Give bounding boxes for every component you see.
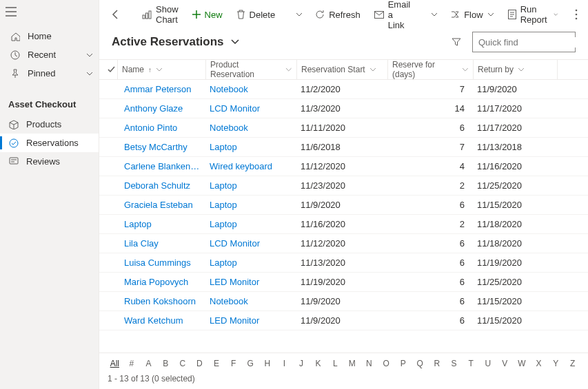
show-chart-button[interactable]: Show Chart <box>136 1 184 28</box>
cell-product[interactable]: Laptop <box>205 219 296 229</box>
cell-product[interactable]: Laptop <box>205 200 296 210</box>
select-all[interactable] <box>99 65 117 74</box>
nav-item-home[interactable]: Home <box>0 27 99 45</box>
cell-name[interactable]: Carlene Blankenship <box>120 161 205 171</box>
cell-product[interactable]: Wired keyboard <box>205 161 296 171</box>
cell-name[interactable]: Luisa Cummings <box>120 257 205 268</box>
view-title[interactable]: Active Reservations <box>112 35 224 49</box>
cell-product[interactable]: Notebook <box>205 84 296 94</box>
view-dropdown[interactable] <box>231 39 239 45</box>
alpha-N[interactable]: N <box>361 359 378 368</box>
table-row[interactable]: Ward KetchumLED Monitor11/9/2020611/15/2… <box>99 311 588 330</box>
table-row[interactable]: Ammar PetersonNotebook11/2/2020711/9/202… <box>99 80 588 99</box>
cell-name[interactable]: Maria Popovych <box>120 277 205 287</box>
table-row[interactable]: Luisa CummingsLaptop11/13/2020611/19/202… <box>99 253 588 273</box>
alpha-S[interactable]: S <box>445 359 463 368</box>
cell-product[interactable]: Laptop <box>205 180 296 191</box>
back-button[interactable] <box>106 6 125 23</box>
search-input[interactable] <box>478 37 588 48</box>
filter-button[interactable] <box>447 34 465 50</box>
column-days[interactable]: Reserve for (days) <box>387 60 473 79</box>
box-icon <box>8 120 19 129</box>
alpha-G[interactable]: G <box>242 359 259 368</box>
alpha-P[interactable]: P <box>394 359 412 368</box>
refresh-button[interactable]: Refresh <box>310 7 366 23</box>
table-row[interactable]: LaptopLaptop11/16/2020211/18/2020 <box>99 215 588 234</box>
alpha-B[interactable]: B <box>157 359 174 368</box>
delete-button[interactable]: Delete <box>231 7 281 23</box>
cell-name[interactable]: Deborah Schultz <box>120 180 205 191</box>
delete-dropdown[interactable] <box>292 10 307 19</box>
table-row[interactable]: Anthony GlazeLCD Monitor11/3/20201411/17… <box>99 99 588 118</box>
cell-product[interactable]: Notebook <box>205 123 296 133</box>
column-spacer <box>557 60 588 79</box>
nav-item-recent[interactable]: Recent <box>0 45 99 64</box>
alpha-Q[interactable]: Q <box>412 359 429 368</box>
column-product[interactable]: Product Reservation <box>205 60 296 79</box>
alpha-F[interactable]: F <box>225 359 242 368</box>
cell-name[interactable]: Anthony Glaze <box>120 103 205 114</box>
alpha-D[interactable]: D <box>191 359 208 368</box>
cell-name[interactable]: Ammar Peterson <box>120 84 205 94</box>
alpha-M[interactable]: M <box>344 359 361 368</box>
table-row[interactable]: Graciela EstebanLaptop11/9/2020611/15/20… <box>99 196 588 215</box>
nav-primary: HomeRecentPinned <box>0 25 99 90</box>
column-start[interactable]: Reservation Start <box>296 60 387 79</box>
alpha-C[interactable]: C <box>174 359 191 368</box>
alpha-Y[interactable]: Y <box>547 359 565 368</box>
alpha-T[interactable]: T <box>463 359 480 368</box>
subnav-item-products[interactable]: Products <box>0 115 99 134</box>
table-row[interactable]: Deborah SchultzLaptop11/23/2020211/25/20… <box>99 176 588 196</box>
email-link-button[interactable]: Email a Link <box>369 0 416 33</box>
cell-product[interactable]: Laptop <box>205 257 296 268</box>
alpha-H[interactable]: H <box>258 359 276 368</box>
column-return[interactable]: Return by <box>473 60 557 79</box>
alpha-J[interactable]: J <box>293 359 310 368</box>
alpha-O[interactable]: O <box>378 359 395 368</box>
cell-name[interactable]: Antonio Pinto <box>120 123 205 133</box>
column-name[interactable]: Name↑ <box>117 60 205 79</box>
cell-name[interactable]: Betsy McCarthy <box>120 142 205 152</box>
alpha-all[interactable]: All <box>106 359 123 368</box>
alpha-I[interactable]: I <box>276 359 293 368</box>
email-dropdown[interactable] <box>427 10 442 19</box>
alpha-Z[interactable]: Z <box>564 359 581 368</box>
cell-name[interactable]: Lila Clay <box>120 238 205 249</box>
cell-name[interactable]: Laptop <box>120 219 205 229</box>
alpha-V[interactable]: V <box>496 359 514 368</box>
cell-name[interactable]: Graciela Esteban <box>120 200 205 210</box>
hamburger-button[interactable] <box>0 0 99 25</box>
table-row[interactable]: Antonio PintoNotebook11/11/2020611/17/20… <box>99 118 588 138</box>
alpha-A[interactable]: A <box>140 359 157 368</box>
cell-product[interactable]: LCD Monitor <box>205 103 296 114</box>
alpha-W[interactable]: W <box>514 359 531 368</box>
alpha-L[interactable]: L <box>327 359 344 368</box>
new-button[interactable]: New <box>187 7 228 23</box>
alpha-E[interactable]: E <box>208 359 225 368</box>
alpha-U[interactable]: U <box>479 359 496 368</box>
table-row[interactable]: Carlene BlankenshipWired keyboard11/12/2… <box>99 157 588 176</box>
subnav-item-reviews[interactable]: Reviews <box>0 152 99 171</box>
table-row[interactable]: Betsy McCarthyLaptop11/6/2018711/13/2018 <box>99 138 588 157</box>
overflow-button[interactable] <box>571 6 582 23</box>
cell-name[interactable]: Ruben Kokshoorn <box>120 296 205 306</box>
alpha-K[interactable]: K <box>310 359 327 368</box>
table-row[interactable]: Ruben KokshoornNotebook11/9/2020611/15/2… <box>99 292 588 311</box>
cell-product[interactable]: Laptop <box>205 142 296 152</box>
nav-item-pinned[interactable]: Pinned <box>0 64 99 83</box>
overflow-icon <box>575 9 578 20</box>
flow-button[interactable]: Flow <box>445 7 499 23</box>
cell-product[interactable]: LED Monitor <box>205 277 296 287</box>
cell-product[interactable]: LCD Monitor <box>205 238 296 249</box>
cell-name[interactable]: Ward Ketchum <box>120 315 205 326</box>
alpha-#[interactable]: # <box>123 359 141 368</box>
table-row[interactable]: Lila ClayLCD Monitor11/12/2020611/18/202… <box>99 234 588 253</box>
cell-product[interactable]: LED Monitor <box>205 315 296 326</box>
alpha-R[interactable]: R <box>429 359 446 368</box>
cell-product[interactable]: Notebook <box>205 296 296 306</box>
run-report-button[interactable]: Run Report <box>503 1 564 28</box>
subnav-item-reservations[interactable]: Reservations <box>0 134 99 152</box>
alpha-X[interactable]: X <box>530 359 547 368</box>
search-box[interactable] <box>472 32 576 52</box>
table-row[interactable]: Maria PopovychLED Monitor11/19/2020611/2… <box>99 273 588 292</box>
